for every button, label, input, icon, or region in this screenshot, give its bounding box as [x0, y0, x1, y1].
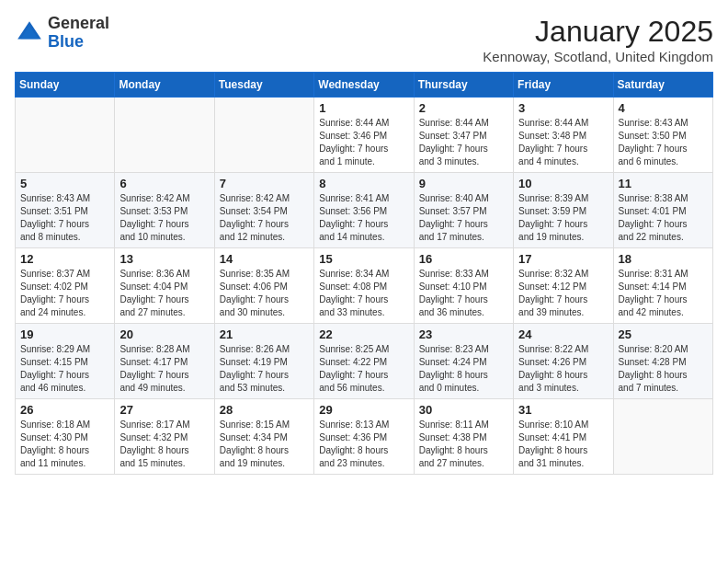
day-info: Sunrise: 8:25 AM Sunset: 4:22 PM Dayligh…: [319, 343, 408, 395]
day-info: Sunrise: 8:43 AM Sunset: 3:51 PM Dayligh…: [20, 192, 109, 244]
day-number: 13: [119, 252, 209, 266]
calendar-week-row: 26Sunrise: 8:18 AM Sunset: 4:30 PM Dayli…: [16, 399, 713, 475]
calendar-header-row: SundayMondayTuesdayWednesdayThursdayFrid…: [16, 73, 713, 98]
month-title: January 2025: [483, 15, 713, 49]
day-info: Sunrise: 8:33 AM Sunset: 4:10 PM Dayligh…: [419, 268, 508, 319]
day-number: 9: [419, 177, 508, 190]
location-text: Kennoway, Scotland, United Kingdom: [483, 49, 713, 64]
day-number: 16: [419, 252, 508, 266]
calendar-day-17: 17Sunrise: 8:32 AM Sunset: 4:12 PM Dayli…: [514, 248, 613, 324]
logo-blue-text: Blue: [48, 32, 84, 51]
day-info: Sunrise: 8:18 AM Sunset: 4:30 PM Dayligh…: [20, 419, 109, 470]
day-number: 14: [220, 252, 309, 266]
day-info: Sunrise: 8:41 AM Sunset: 3:56 PM Dayligh…: [319, 192, 408, 244]
calendar-day-10: 10Sunrise: 8:39 AM Sunset: 3:59 PM Dayli…: [514, 173, 613, 248]
day-info: Sunrise: 8:11 AM Sunset: 4:38 PM Dayligh…: [419, 419, 508, 470]
calendar-empty-cell: [16, 98, 115, 173]
calendar-day-5: 5Sunrise: 8:43 AM Sunset: 3:51 PM Daylig…: [16, 173, 115, 248]
day-number: 26: [20, 403, 109, 417]
column-header-monday: Monday: [115, 73, 214, 98]
calendar-day-13: 13Sunrise: 8:36 AM Sunset: 4:04 PM Dayli…: [115, 248, 214, 324]
calendar-day-26: 26Sunrise: 8:18 AM Sunset: 4:30 PM Dayli…: [16, 399, 115, 475]
day-info: Sunrise: 8:17 AM Sunset: 4:32 PM Dayligh…: [119, 419, 209, 470]
calendar-day-30: 30Sunrise: 8:11 AM Sunset: 4:38 PM Dayli…: [414, 399, 513, 475]
day-number: 17: [518, 252, 608, 266]
day-info: Sunrise: 8:13 AM Sunset: 4:36 PM Dayligh…: [319, 419, 408, 470]
day-number: 5: [20, 177, 109, 190]
day-number: 27: [119, 403, 209, 417]
calendar-day-24: 24Sunrise: 8:22 AM Sunset: 4:26 PM Dayli…: [514, 324, 613, 399]
day-number: 20: [119, 327, 209, 341]
day-info: Sunrise: 8:34 AM Sunset: 4:08 PM Dayligh…: [319, 268, 408, 319]
day-info: Sunrise: 8:43 AM Sunset: 3:50 PM Dayligh…: [619, 117, 708, 168]
calendar-day-22: 22Sunrise: 8:25 AM Sunset: 4:22 PM Dayli…: [314, 324, 414, 399]
logo: General Blue: [15, 15, 109, 52]
calendar-day-11: 11Sunrise: 8:38 AM Sunset: 4:01 PM Dayli…: [613, 173, 712, 248]
column-header-wednesday: Wednesday: [314, 73, 414, 98]
day-number: 3: [518, 101, 608, 115]
day-info: Sunrise: 8:42 AM Sunset: 3:53 PM Dayligh…: [119, 192, 209, 244]
day-number: 25: [619, 327, 708, 341]
day-number: 1: [319, 101, 408, 115]
day-info: Sunrise: 8:44 AM Sunset: 3:48 PM Dayligh…: [518, 117, 608, 168]
day-number: 8: [319, 177, 408, 190]
day-info: Sunrise: 8:40 AM Sunset: 3:57 PM Dayligh…: [419, 192, 508, 244]
calendar-day-3: 3Sunrise: 8:44 AM Sunset: 3:48 PM Daylig…: [514, 98, 613, 173]
column-header-friday: Friday: [514, 73, 613, 98]
day-info: Sunrise: 8:22 AM Sunset: 4:26 PM Dayligh…: [518, 343, 608, 395]
page-header: General Blue January 2025 Kennoway, Scot…: [15, 15, 713, 64]
day-number: 4: [619, 101, 708, 115]
calendar-day-6: 6Sunrise: 8:42 AM Sunset: 3:53 PM Daylig…: [115, 173, 214, 248]
day-info: Sunrise: 8:29 AM Sunset: 4:15 PM Dayligh…: [20, 343, 109, 395]
logo-general-text: General: [48, 14, 109, 32]
column-header-thursday: Thursday: [414, 73, 513, 98]
day-number: 7: [220, 177, 309, 190]
logo-icon: [15, 18, 44, 48]
day-info: Sunrise: 8:10 AM Sunset: 4:41 PM Dayligh…: [518, 419, 608, 470]
title-block: January 2025 Kennoway, Scotland, United …: [483, 15, 713, 64]
day-number: 30: [419, 403, 508, 417]
day-number: 31: [518, 403, 608, 417]
day-number: 29: [319, 403, 408, 417]
calendar-day-25: 25Sunrise: 8:20 AM Sunset: 4:28 PM Dayli…: [613, 324, 712, 399]
day-info: Sunrise: 8:42 AM Sunset: 3:54 PM Dayligh…: [220, 192, 309, 244]
calendar-empty-cell: [613, 399, 712, 475]
calendar-day-21: 21Sunrise: 8:26 AM Sunset: 4:19 PM Dayli…: [214, 324, 313, 399]
calendar-week-row: 5Sunrise: 8:43 AM Sunset: 3:51 PM Daylig…: [16, 173, 713, 248]
day-number: 12: [20, 252, 109, 266]
day-number: 11: [619, 177, 708, 190]
day-info: Sunrise: 8:44 AM Sunset: 3:47 PM Dayligh…: [419, 117, 508, 168]
calendar-week-row: 12Sunrise: 8:37 AM Sunset: 4:02 PM Dayli…: [16, 248, 713, 324]
calendar-day-20: 20Sunrise: 8:28 AM Sunset: 4:17 PM Dayli…: [115, 324, 214, 399]
day-info: Sunrise: 8:36 AM Sunset: 4:04 PM Dayligh…: [119, 268, 209, 319]
calendar-day-29: 29Sunrise: 8:13 AM Sunset: 4:36 PM Dayli…: [314, 399, 414, 475]
day-info: Sunrise: 8:35 AM Sunset: 4:06 PM Dayligh…: [220, 268, 309, 319]
day-info: Sunrise: 8:44 AM Sunset: 3:46 PM Dayligh…: [319, 117, 408, 168]
day-info: Sunrise: 8:37 AM Sunset: 4:02 PM Dayligh…: [20, 268, 109, 319]
day-info: Sunrise: 8:38 AM Sunset: 4:01 PM Dayligh…: [619, 192, 708, 244]
day-number: 18: [619, 252, 708, 266]
calendar-day-16: 16Sunrise: 8:33 AM Sunset: 4:10 PM Dayli…: [414, 248, 513, 324]
calendar-table: SundayMondayTuesdayWednesdayThursdayFrid…: [15, 72, 713, 475]
calendar-day-8: 8Sunrise: 8:41 AM Sunset: 3:56 PM Daylig…: [314, 173, 414, 248]
calendar-day-15: 15Sunrise: 8:34 AM Sunset: 4:08 PM Dayli…: [314, 248, 414, 324]
calendar-day-12: 12Sunrise: 8:37 AM Sunset: 4:02 PM Dayli…: [16, 248, 115, 324]
calendar-day-31: 31Sunrise: 8:10 AM Sunset: 4:41 PM Dayli…: [514, 399, 613, 475]
day-number: 28: [220, 403, 309, 417]
logo-text: General Blue: [48, 15, 109, 52]
calendar-day-1: 1Sunrise: 8:44 AM Sunset: 3:46 PM Daylig…: [314, 98, 414, 173]
day-number: 23: [419, 327, 508, 341]
day-number: 2: [419, 101, 508, 115]
day-number: 10: [518, 177, 608, 190]
day-number: 19: [20, 327, 109, 341]
day-info: Sunrise: 8:15 AM Sunset: 4:34 PM Dayligh…: [220, 419, 309, 470]
column-header-saturday: Saturday: [613, 73, 712, 98]
calendar-day-19: 19Sunrise: 8:29 AM Sunset: 4:15 PM Dayli…: [16, 324, 115, 399]
day-info: Sunrise: 8:32 AM Sunset: 4:12 PM Dayligh…: [518, 268, 608, 319]
column-header-sunday: Sunday: [16, 73, 115, 98]
day-number: 21: [220, 327, 309, 341]
day-info: Sunrise: 8:31 AM Sunset: 4:14 PM Dayligh…: [619, 268, 708, 319]
column-header-tuesday: Tuesday: [214, 73, 313, 98]
day-info: Sunrise: 8:20 AM Sunset: 4:28 PM Dayligh…: [619, 343, 708, 395]
calendar-day-14: 14Sunrise: 8:35 AM Sunset: 4:06 PM Dayli…: [214, 248, 313, 324]
